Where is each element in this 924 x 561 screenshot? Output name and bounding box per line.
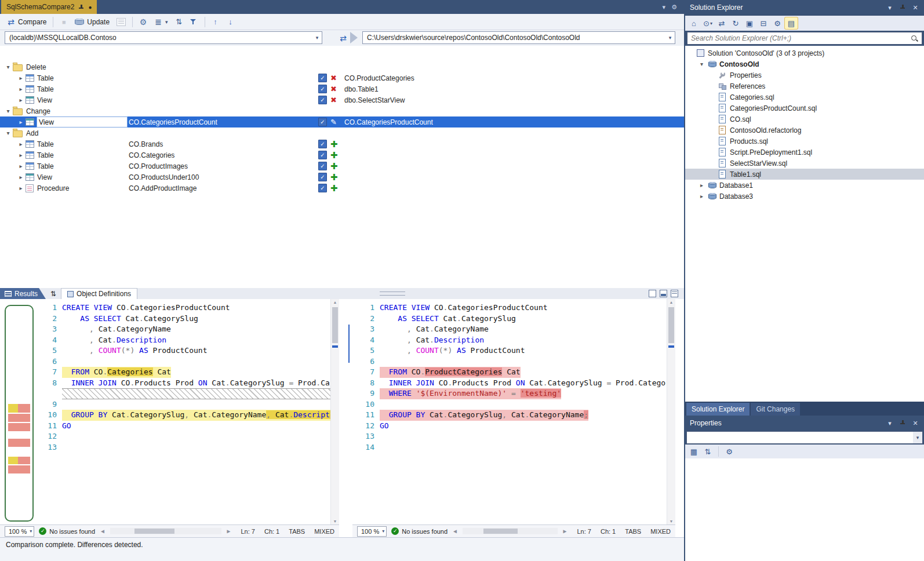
group-results-button[interactable]: ▾ — [151, 16, 172, 28]
group-row-add[interactable]: ▾Add — [0, 128, 684, 139]
scrollbar-thumb[interactable] — [668, 307, 674, 343]
horizontal-scrollbar[interactable] — [110, 528, 221, 534]
include-checkbox[interactable]: ✓ — [318, 118, 327, 126]
sync-with-active-document-button[interactable]: ⇄ — [715, 17, 728, 29]
window-gear-icon[interactable]: ⚙ — [671, 3, 677, 11]
chevron-down-icon[interactable]: ▾ — [3, 130, 13, 136]
scroll-right-icon[interactable]: ► — [226, 528, 232, 534]
left-editor-vertical-scrollbar[interactable]: ▲ ▼ — [330, 299, 339, 524]
include-checkbox[interactable]: ✓ — [318, 151, 327, 159]
property-pages-button[interactable]: ⚙ — [723, 446, 736, 457]
include-checkbox[interactable]: ✓ — [318, 140, 327, 148]
scroll-up-icon[interactable]: ▲ — [331, 300, 339, 304]
chevron-right-icon[interactable]: ▸ — [16, 152, 26, 158]
compare-button[interactable]: Compare — [3, 16, 50, 28]
scroll-left-icon[interactable]: ◄ — [452, 528, 458, 534]
chevron-down-icon[interactable]: ▾ — [3, 64, 13, 70]
scroll-down-icon[interactable]: ▼ — [331, 519, 339, 523]
chevron-right-icon[interactable]: ▸ — [16, 86, 26, 92]
target-pane-button[interactable] — [671, 290, 678, 297]
chevron-expanded-icon[interactable]: ▾ — [700, 61, 708, 67]
properties-object-dropdown[interactable]: ▾ — [686, 431, 923, 444]
diff-row[interactable]: ▸TableCO.ProductImages✓✚ — [0, 161, 684, 172]
include-checkbox[interactable]: ✓ — [318, 74, 327, 82]
group-row-change[interactable]: ▾Change — [0, 105, 684, 116]
include-checkbox[interactable]: ✓ — [318, 162, 327, 170]
tree-item[interactable]: Properties — [685, 70, 924, 81]
chevron-collapsed-icon[interactable]: ▸ — [700, 193, 708, 199]
chevron-down-icon[interactable]: ▾ — [3, 108, 13, 114]
solution-tree[interactable]: Solution 'ContosoOld' (3 of 3 projects)▾… — [685, 46, 924, 402]
show-all-files-button[interactable]: ▤ — [785, 17, 798, 29]
include-checkbox[interactable]: ✓ — [318, 96, 327, 104]
include-checkbox[interactable]: ✓ — [318, 173, 327, 181]
properties-titlebar[interactable]: Properties ▾ ✕ — [685, 416, 924, 431]
chevron-down-icon[interactable]: ▾ — [665, 32, 675, 43]
categorized-button[interactable]: ▦ — [687, 446, 700, 457]
scroll-up-icon[interactable]: ▲ — [667, 300, 675, 304]
refresh-button[interactable]: ↻ — [729, 17, 742, 29]
tool-window-tab-git-changes[interactable]: Git Changes — [751, 403, 800, 416]
chevron-down-icon[interactable]: ▾ — [312, 32, 322, 43]
diff-row[interactable]: ▸Table✓✖CO.ProductCategories — [0, 72, 684, 83]
scroll-right-icon[interactable]: ► — [562, 528, 568, 534]
scroll-down-icon[interactable]: ▼ — [667, 519, 675, 523]
tree-item[interactable]: ▸Database1 — [685, 180, 924, 191]
sort-results-button[interactable] — [172, 16, 187, 28]
chevron-right-icon[interactable]: ▸ — [16, 141, 26, 147]
chevron-right-icon[interactable]: ▸ — [16, 185, 26, 191]
zoom-level-dropdown[interactable]: 100 %▾ — [357, 526, 387, 537]
tree-item[interactable]: Table1.sql — [685, 169, 924, 180]
tree-item[interactable]: ▸Database3 — [685, 191, 924, 202]
source-definition-editor[interactable]: 1CREATE VIEW CO.CategoriesProductCount2 … — [35, 299, 339, 524]
close-icon[interactable]: ✕ — [911, 4, 919, 12]
definition-sort-button[interactable]: ⇅ — [46, 288, 61, 299]
switch-source-target-button[interactable]: ⇄ — [337, 32, 349, 43]
switch-views-button[interactable]: ⌂ — [687, 17, 700, 29]
chevron-right-icon[interactable]: ▸ — [16, 119, 26, 125]
scrollbar-thumb[interactable] — [134, 529, 174, 534]
document-list-chevron-icon[interactable]: ▾ — [663, 3, 666, 11]
tree-item[interactable]: Categories.sql — [685, 92, 924, 103]
chevron-right-icon[interactable]: ▸ — [16, 174, 26, 180]
tool-window-tab-solution-explorer[interactable]: Solution Explorer — [686, 403, 750, 416]
target-definition-editor[interactable]: 1CREATE VIEW CO.CategoriesProductCount2 … — [352, 299, 675, 524]
target-dropdown[interactable]: C:\Users\drskwier\source\repos\ContosoOl… — [362, 31, 675, 44]
solution-search-box[interactable] — [687, 32, 922, 45]
nest-projects-button[interactable]: ▣ — [743, 17, 756, 29]
properties-button[interactable]: ⚙ — [771, 17, 784, 29]
include-checkbox[interactable]: ✓ — [318, 184, 327, 192]
update-button[interactable]: Update — [71, 16, 113, 28]
diff-row[interactable]: ▸Table✓✖dbo.Table1 — [0, 83, 684, 94]
diff-row[interactable]: ▸View✓✖dbo.SelectStarView — [0, 94, 684, 105]
diff-row[interactable]: ▸ProcedureCO.AddProductImage✓✚ — [0, 183, 684, 194]
splitter-grip[interactable] — [380, 292, 405, 296]
schema-compare-tab[interactable]: SqlSchemaCompare2 ● — [1, 0, 97, 14]
search-input[interactable] — [687, 34, 911, 42]
diff-row[interactable]: ▸ViewCO.ProductsUnder100✓✚ — [0, 172, 684, 183]
right-editor-vertical-scrollbar[interactable]: ▲ ▼ — [667, 299, 675, 524]
options-button[interactable] — [136, 16, 151, 28]
pin-icon[interactable] — [898, 4, 907, 12]
chevron-down-icon[interactable]: ▾ — [913, 432, 922, 443]
tab-object-definitions[interactable]: Object Definitions — [61, 288, 137, 299]
tree-item[interactable]: CategoriesProductCount.sql — [685, 103, 924, 114]
scroll-left-icon[interactable]: ◄ — [100, 528, 106, 534]
collapse-all-button[interactable]: ⊟ — [757, 17, 770, 29]
scrollbar-thumb[interactable] — [332, 307, 338, 343]
diff-row[interactable]: ▸TableCO.Categories✓✚ — [0, 150, 684, 161]
diff-row[interactable]: ▸ViewCO.CategoriesProductCount✓✎CO.Categ… — [0, 116, 684, 128]
close-icon[interactable]: ✕ — [911, 420, 919, 427]
source-pane-button[interactable] — [649, 290, 656, 297]
solution-explorer-titlebar[interactable]: Solution Explorer ▾ ✕ — [685, 0, 924, 15]
tree-item[interactable]: ContosoOld.refactorlog — [685, 125, 924, 136]
diff-row[interactable]: ▸TableCO.Brands✓✚ — [0, 139, 684, 150]
source-dropdown[interactable]: (localdb)\MSSQLLocalDB.Contoso ▾ — [5, 31, 322, 44]
scrollbar-thumb[interactable] — [483, 529, 518, 534]
include-checkbox[interactable]: ✓ — [318, 85, 327, 93]
pending-changes-filter-button[interactable]: ⊙▾ — [701, 17, 714, 29]
zoom-level-dropdown[interactable]: 100 %▾ — [5, 526, 34, 537]
chevron-right-icon[interactable]: ▸ — [16, 97, 26, 103]
chevron-down-icon[interactable]: ▾ — [886, 4, 894, 12]
diff-overview-map[interactable] — [5, 305, 34, 522]
